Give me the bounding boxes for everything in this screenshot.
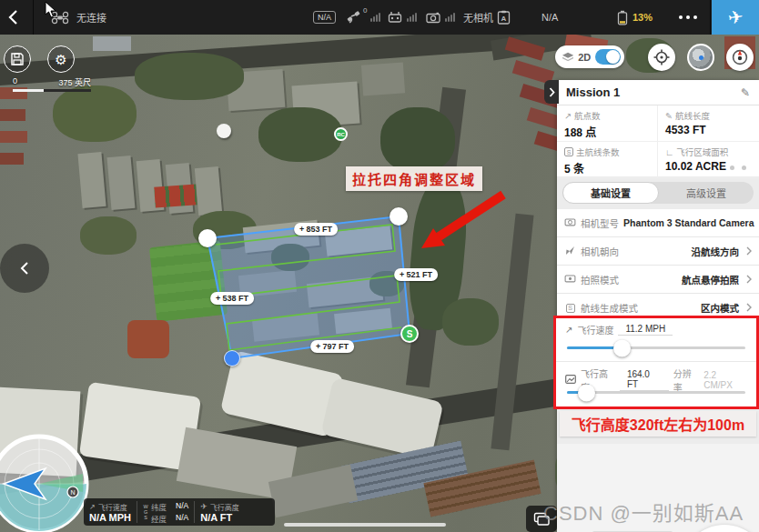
telemetry-bar: ↗飞行速度 N/A MPH WGS 纬度N/A 经度N/A ✈飞行高度 N/A … [84, 498, 275, 526]
2d-label: 2D [578, 52, 591, 63]
map-feature [0, 153, 24, 165]
chevron-right-icon [746, 246, 752, 256]
corner-handle-top-right[interactable] [390, 207, 408, 226]
connection-status-label: 无连接 [76, 10, 106, 25]
altitude-slider-thumb[interactable] [578, 384, 595, 401]
minimap-position-dot [699, 55, 703, 60]
start-marker-label: S [407, 329, 413, 339]
edge-label-bottom[interactable]: +797 FT [310, 340, 354, 353]
satellite-count: 0 [363, 6, 367, 15]
collapse-left-drawer-button[interactable] [0, 244, 49, 293]
locate-button[interactable] [648, 44, 675, 71]
map-feature [334, 308, 392, 334]
back-button[interactable] [7, 0, 18, 35]
watermark-text: CSDN @一别如斯AA [543, 497, 744, 526]
collapse-panel-button[interactable] [544, 80, 559, 104]
rc-signal [388, 0, 417, 35]
scale-start: 0 [13, 76, 17, 88]
airplane-icon: ✈ [726, 5, 744, 29]
camera-signal: 无相机 [426, 0, 493, 35]
chevron-left-icon [20, 261, 29, 276]
gear-icon: ⚙ [55, 53, 66, 66]
row-camera-heading[interactable]: 相机朝向 沿航线方向 [557, 237, 759, 266]
battery-icon [617, 10, 628, 25]
map-feature [107, 156, 136, 210]
map-feature [77, 152, 106, 208]
resolution-label: 分辨率 [673, 366, 699, 394]
settings-rows: 相机型号 Phantom 3 Standard Camera 相机朝向 沿航线方… [557, 209, 759, 322]
camera-icon [564, 217, 576, 226]
plus-icon: + [400, 270, 404, 279]
plus-icon: + [316, 342, 320, 351]
speed-slider[interactable] [567, 346, 745, 349]
corner-handle-top-left[interactable] [198, 229, 217, 247]
mission-header: Mission 1 ✎ [557, 80, 759, 105]
edge-label-right[interactable]: +521 FT [394, 268, 438, 281]
app-screen: S +853 FT +521 FT +538 FT +797 FT RC 拉托四… [0, 0, 759, 532]
map-2d-toggle[interactable]: 2D [555, 45, 624, 68]
toggle-knob [606, 50, 620, 64]
map-feature [252, 313, 319, 341]
nudge-dpad[interactable] [681, 525, 759, 532]
map-feature [127, 320, 169, 358]
save-mission-button[interactable] [4, 45, 31, 73]
telemetry-altitude: ✈飞行高度 N/A FT [195, 498, 245, 526]
plus-icon: + [216, 294, 220, 303]
edge-label-top[interactable]: +853 FT [294, 223, 338, 236]
tab-advanced-settings[interactable]: 高级设置 [659, 182, 754, 204]
map-feature [491, 214, 533, 451]
flight-altitude-value[interactable]: 164.0 FT [620, 369, 669, 391]
battery-percent: 13% [632, 12, 653, 23]
checklist-value: N/A [541, 12, 558, 23]
home-indicator[interactable] [284, 523, 446, 527]
map-feature [53, 85, 137, 142]
remote-controller-icon [388, 11, 402, 24]
rc-signal-bars [407, 13, 417, 22]
mission-settings-button[interactable]: ⚙ [47, 45, 75, 73]
edit-mission-button[interactable]: ✎ [741, 86, 750, 99]
gps-signal-bars [370, 13, 380, 22]
scale-end: 375 英尺 [58, 76, 91, 88]
svg-text:A: A [501, 15, 507, 23]
edge-label-left[interactable]: +538 FT [210, 292, 254, 305]
more-menu-button[interactable] [679, 0, 697, 35]
compass-button[interactable] [726, 44, 754, 71]
map-feature [217, 124, 231, 138]
chevron-right-icon [746, 275, 752, 284]
altitude-slider[interactable] [567, 391, 745, 394]
flight-speed-value[interactable]: 11.2 MPH [618, 324, 673, 336]
rc-location-marker: RC [334, 127, 348, 141]
flight-altitude-row: 飞行高度 164.0 FT 分辨率 2.2 CM/PX [556, 362, 756, 406]
serpentine-icon: S [564, 147, 573, 156]
checklist-status[interactable]: A N/A [497, 0, 558, 35]
resolution-value: 2.2 CM/PX [703, 370, 745, 390]
annotation-hint: 拉托四角调整区域 [346, 166, 482, 191]
stat-main-lines: S主航线条数 5 条 [557, 142, 658, 178]
flight-speed-label: 飞行速度 [577, 323, 613, 336]
map-feature [0, 131, 27, 143]
row-capture-mode[interactable]: 拍照模式 航点悬停拍照 [557, 266, 759, 294]
map-feature [80, 216, 137, 255]
takeoff-button[interactable]: ✈ [712, 0, 759, 35]
tab-basic-settings[interactable]: 基础设置 [562, 182, 659, 204]
2d-toggle-switch[interactable] [595, 49, 621, 65]
speed-icon: ↗ [89, 503, 96, 511]
area-icon: ∟ [665, 147, 673, 157]
mouse-cursor [45, 1, 56, 18]
camera-icon [426, 12, 440, 24]
start-point-marker[interactable]: S [400, 325, 419, 343]
battery-status[interactable]: 13% [617, 0, 653, 35]
corner-handle-bottom-left[interactable] [224, 350, 240, 366]
minimap-button[interactable] [687, 44, 714, 71]
stats-page-dots[interactable] [730, 166, 746, 170]
camera-signal-bars [445, 13, 455, 22]
wgs-label: WGS [143, 504, 148, 520]
row-camera-model[interactable]: 相机型号 Phantom 3 Standard Camera [557, 209, 759, 237]
chevron-right-icon [549, 87, 555, 97]
camera-status-label: 无相机 [463, 10, 493, 25]
stat-area: ∟飞行区域面积 10.02 ACRE [658, 142, 759, 178]
slider-section-highlight: ↗ 飞行速度 11.2 MPH 飞行高度 164.0 FT 分辨率 2.2 CM… [553, 316, 759, 409]
speed-slider-thumb[interactable] [613, 339, 631, 356]
telemetry-speed: ↗飞行速度 N/A MPH [84, 498, 137, 526]
mission-stats: ↗航点数 188 点 ✎航线长度 4533 FT S主航线条数 5 条 ∟飞行区… [557, 105, 759, 176]
